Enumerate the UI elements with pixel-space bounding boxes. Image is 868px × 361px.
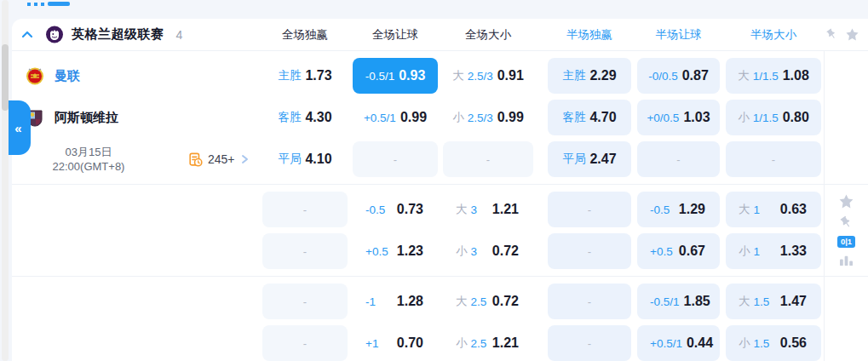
- pin-icon[interactable]: [823, 26, 841, 43]
- odds-cell[interactable]: 大10.63: [726, 192, 821, 227]
- odds-value: 0.70: [397, 335, 423, 351]
- odds-cell-empty: -: [726, 141, 821, 177]
- odds-label: +0.5: [365, 245, 388, 258]
- empty-dash: -: [303, 295, 307, 308]
- odds-row: --0.50.73大31.21--0.51.29大10.63: [12, 192, 868, 227]
- odds-value: 0.99: [400, 110, 427, 125]
- odds-cell[interactable]: +0.51.23: [353, 233, 438, 269]
- odds-label-group: +0.5: [650, 245, 673, 258]
- odds-cell[interactable]: 大1.51.47: [726, 284, 821, 319]
- odds-label: +0/0.5: [647, 112, 679, 124]
- odds-label: 客胜: [278, 110, 301, 125]
- pin-match-icon[interactable]: [836, 213, 857, 233]
- odds-label-group: 客胜: [562, 110, 585, 125]
- odds-cell[interactable]: +10.70: [353, 325, 438, 361]
- odds-value: 1.23: [397, 244, 423, 259]
- odds-cell[interactable]: 主胜1.73: [262, 58, 348, 94]
- empty-dash: -: [588, 295, 591, 308]
- odds-value: 0.63: [780, 202, 807, 217]
- odds-cell[interactable]: -0/0.50.87: [637, 58, 720, 94]
- odds-cell[interactable]: -0.51.29: [637, 192, 720, 227]
- home-team[interactable]: 曼联: [12, 58, 262, 94]
- odds-cell[interactable]: +0.5/10.44: [637, 325, 720, 361]
- odds-prefix: 小: [452, 110, 464, 125]
- odds-label: +0.5: [650, 245, 673, 258]
- stats-bars-icon[interactable]: [839, 254, 854, 266]
- empty-left: [12, 325, 262, 361]
- odds-label: -0.5: [365, 203, 385, 216]
- odds-value: 4.30: [305, 110, 331, 125]
- away-team[interactable]: 阿斯顿维拉: [12, 100, 262, 135]
- score-badge[interactable]: 0|1: [837, 236, 855, 248]
- odds-cell[interactable]: -0.50.73: [353, 192, 438, 227]
- odds-value: 1.08: [783, 68, 809, 83]
- more-markets-link[interactable]: 245+: [187, 152, 250, 168]
- odds-label: 3: [471, 203, 478, 216]
- clipped-tab-text-fragment: [27, 1, 70, 6]
- odds-label: 1/1.5: [753, 112, 779, 124]
- odds-label-group: 小3: [456, 244, 477, 259]
- odds-cell[interactable]: 大2.5/30.91: [443, 58, 533, 94]
- odds-cell[interactable]: 客胜4.30: [262, 100, 348, 135]
- odds-value: 2.29: [589, 68, 616, 83]
- odds-cell-empty: -: [548, 284, 631, 319]
- odds-value: 1.03: [683, 110, 710, 125]
- empty-dash: -: [303, 203, 307, 216]
- odds-cell[interactable]: 主胜2.29: [548, 58, 631, 94]
- odds-prefix: 小: [456, 335, 468, 351]
- odds-cell[interactable]: 小1.50.56: [726, 325, 821, 361]
- odds-label-group: 主胜: [562, 68, 585, 83]
- match-info: 03月15日 22:00(GMT+8) 245+: [12, 141, 262, 177]
- odds-cell-selected[interactable]: -0.5/10.93: [353, 58, 438, 94]
- odds-cell[interactable]: 大2.50.72: [443, 284, 533, 319]
- empty-dash: -: [588, 203, 591, 216]
- empty-dash: -: [772, 153, 775, 166]
- column-header-1: 全场独赢: [262, 27, 348, 43]
- odds-cell[interactable]: +0.50.67: [637, 233, 720, 269]
- home-team-name[interactable]: 曼联: [55, 68, 80, 84]
- odds-label: 1/1.5: [753, 70, 779, 83]
- odds-cell[interactable]: 小2.5/30.99: [443, 100, 533, 135]
- star-icon[interactable]: [845, 27, 859, 42]
- odds-cell[interactable]: 小11.33: [726, 233, 821, 269]
- collapse-chevron-up-icon[interactable]: [20, 28, 34, 42]
- odds-value: 1.47: [780, 294, 807, 309]
- odds-label: -0.5/1: [650, 295, 680, 308]
- markets-count[interactable]: 245+: [208, 152, 235, 166]
- away-team-name[interactable]: 阿斯顿维拉: [55, 110, 118, 126]
- odds-cell[interactable]: 平局4.10: [262, 141, 348, 177]
- odds-label: 平局: [562, 152, 585, 167]
- odds-cell[interactable]: 小1/1.50.80: [726, 100, 821, 135]
- empty-dash: -: [303, 245, 307, 258]
- odds-label: 3: [471, 245, 478, 258]
- odds-cell[interactable]: 小30.72: [443, 233, 533, 269]
- odds-value: 0.56: [780, 335, 807, 351]
- odds-cell-empty: -: [443, 141, 533, 177]
- odds-value: 0.44: [687, 335, 713, 351]
- odds-cell[interactable]: +0.5/10.99: [353, 100, 438, 135]
- odds-cell[interactable]: -11.28: [353, 284, 438, 319]
- odds-cell-empty: -: [548, 233, 631, 269]
- odds-cell[interactable]: 平局2.47: [548, 141, 631, 177]
- scrollbar-thumb[interactable]: [2, 44, 9, 111]
- odds-label: 2.5/3: [468, 112, 493, 124]
- odds-cell[interactable]: 大31.21: [443, 192, 533, 227]
- odds-label: -0.5: [650, 203, 670, 216]
- odds-value: 2.47: [589, 152, 616, 167]
- odds-cell-empty: -: [262, 284, 348, 319]
- favorite-star-icon[interactable]: [838, 193, 854, 209]
- home-team-logo: [26, 66, 44, 86]
- odds-label: -1: [365, 295, 376, 308]
- vertical-scrollbar[interactable]: [2, 0, 9, 361]
- premier-league-logo: [46, 26, 63, 43]
- odds-cell[interactable]: 小2.51.21: [443, 325, 533, 361]
- odds-cell[interactable]: 客胜4.70: [548, 100, 631, 135]
- column-header-4: 半场独赢: [548, 27, 631, 43]
- odds-cell[interactable]: 大1/1.51.08: [726, 58, 821, 94]
- collapse-sidebar-tab[interactable]: «: [9, 100, 31, 155]
- odds-prefix: 大: [456, 294, 468, 309]
- odds-cell[interactable]: +0/0.51.03: [637, 100, 720, 135]
- odds-label: 主胜: [278, 68, 301, 83]
- odds-cell-empty: -: [548, 192, 631, 227]
- odds-cell[interactable]: -0.5/11.85: [637, 284, 720, 319]
